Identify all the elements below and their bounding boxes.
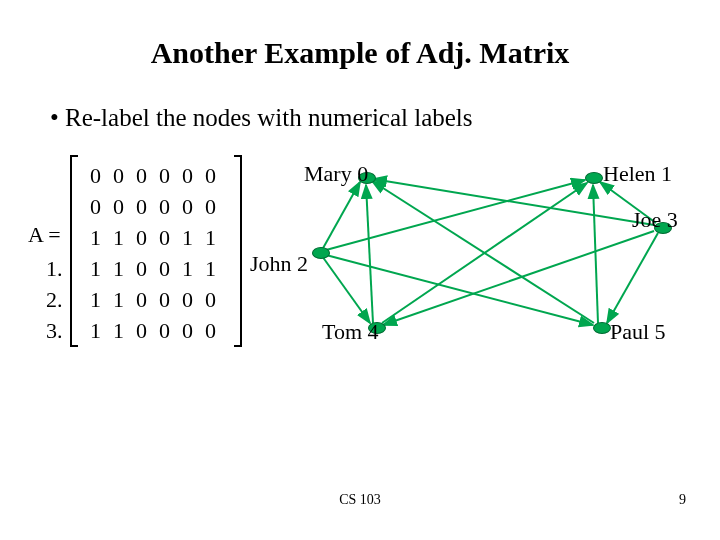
matrix-cell: 0 (153, 163, 176, 189)
label-paul: Paul 5 (610, 319, 666, 345)
matrix-cell: 0 (107, 194, 130, 220)
matrix-cell: 0 (84, 194, 107, 220)
matrix-cell: 0 (130, 194, 153, 220)
graph-diagram: Mary 0 Helen 1 John 2 Joe 3 Tom 4 Paul 5 (310, 155, 670, 355)
matrix-cell: 1 (84, 318, 107, 344)
row-number: 3. (46, 318, 78, 344)
matrix-cell: 0 (199, 163, 222, 189)
matrix-cell: 0 (176, 194, 199, 220)
svg-line-0 (322, 182, 360, 250)
matrix-cell: 0 (130, 287, 153, 313)
matrix-cell: 1 (107, 318, 130, 344)
matrix-cell: 0 (199, 318, 222, 344)
slide-title: Another Example of Adj. Matrix (0, 36, 720, 70)
adjacency-matrix: 000000 000000 110011 1. 110011 2. 110000… (70, 155, 242, 347)
matrix-cell: 1 (199, 225, 222, 251)
bullet-text: Re-label the nodes with numerical labels (50, 104, 473, 132)
matrix-cell: 1 (107, 287, 130, 313)
svg-line-8 (366, 185, 373, 323)
matrix-cell: 0 (199, 194, 222, 220)
matrix-row: 3. 110000 (84, 318, 222, 344)
row-number: 2. (46, 287, 78, 313)
matrix-cell: 0 (84, 163, 107, 189)
matrix-row: 000000 (84, 194, 222, 220)
matrix-cell: 0 (176, 163, 199, 189)
node-john (312, 247, 330, 259)
matrix-cell: 1 (176, 225, 199, 251)
matrix-row: 000000 (84, 163, 222, 189)
node-helen (585, 172, 603, 184)
footer-course: CS 103 (0, 492, 720, 508)
label-helen: Helen 1 (603, 161, 672, 187)
matrix-cell: 0 (153, 225, 176, 251)
matrix-cell: 0 (130, 225, 153, 251)
svg-line-1 (326, 180, 585, 250)
node-paul (593, 322, 611, 334)
matrix-row: 110011 (84, 225, 222, 251)
matrix-label: A = (28, 222, 61, 248)
matrix-cell: 1 (199, 256, 222, 282)
matrix-cell: 1 (107, 225, 130, 251)
footer-page-number: 9 (679, 492, 686, 508)
matrix-cell: 0 (130, 256, 153, 282)
matrix-cell: 0 (153, 287, 176, 313)
matrix-cell: 0 (176, 287, 199, 313)
matrix-cell: 1 (107, 256, 130, 282)
bracket-right (234, 155, 242, 347)
label-john: John 2 (250, 251, 308, 277)
matrix-cell: 0 (153, 194, 176, 220)
matrix-cell: 0 (130, 318, 153, 344)
label-joe: Joe 3 (632, 207, 678, 233)
svg-line-2 (322, 256, 370, 323)
label-mary: Mary 0 (304, 161, 368, 187)
label-tom: Tom 4 (322, 319, 379, 345)
matrix-cell: 1 (84, 287, 107, 313)
matrix-cell: 1 (84, 225, 107, 251)
matrix-cell: 1 (176, 256, 199, 282)
svg-line-10 (372, 181, 594, 323)
svg-line-7 (607, 233, 658, 323)
matrix-cell: 0 (130, 163, 153, 189)
matrix-cell: 1 (84, 256, 107, 282)
matrix-row: 1. 110011 (84, 256, 222, 282)
matrix-cell: 0 (176, 318, 199, 344)
matrix-cell: 0 (153, 318, 176, 344)
matrix-cell: 0 (107, 163, 130, 189)
svg-line-11 (593, 185, 598, 323)
matrix-row: 2. 110000 (84, 287, 222, 313)
matrix-cell: 0 (199, 287, 222, 313)
matrix-cell: 0 (153, 256, 176, 282)
row-number: 1. (46, 256, 78, 282)
